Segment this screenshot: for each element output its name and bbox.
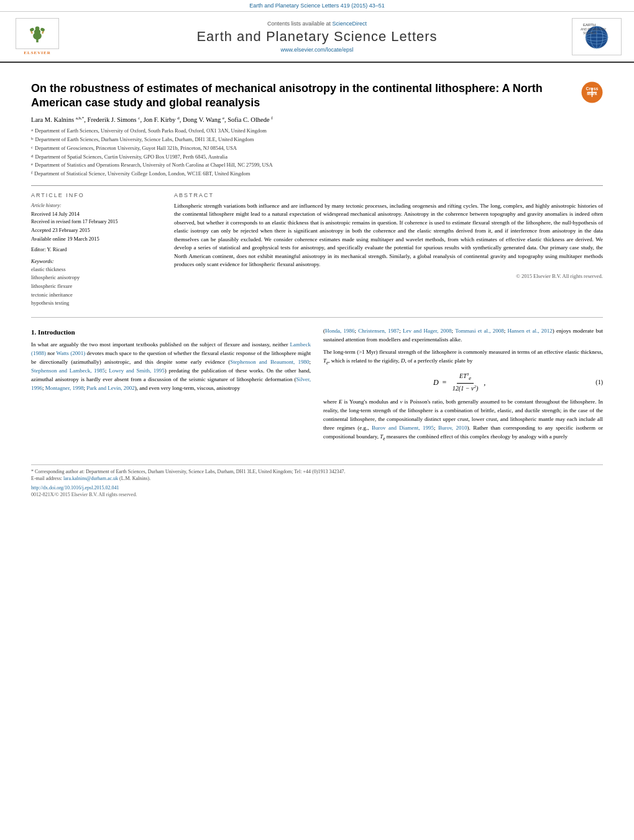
affil-e: e Department of Statistics and Operation… bbox=[31, 161, 603, 169]
author-simons: Frederik J. Simons c, bbox=[88, 116, 144, 123]
svg-point-6 bbox=[29, 27, 34, 32]
journal-globe-logo: EARTH AND PLANETARY SCIENCE bbox=[572, 18, 622, 55]
svg-point-7 bbox=[40, 27, 45, 32]
body-left-col: 1. Introduction In what are arguably the… bbox=[31, 327, 311, 446]
ref-hansen2012[interactable]: Hansen et al., 2012 bbox=[508, 328, 553, 334]
intro-p1: In what are arguably the two most import… bbox=[31, 341, 311, 393]
affil-f-text: Department of Statistical Science, Unive… bbox=[34, 170, 250, 178]
formula-block: D = ET3e 12(1 − ν2) , (1) bbox=[323, 371, 603, 393]
keywords-list: elastic thickness lithospheric anisotrop… bbox=[31, 265, 162, 308]
formula-fraction: ET3e 12(1 − ν2) bbox=[450, 371, 480, 393]
journal-title: Earth and Planetary Science Letters bbox=[62, 29, 572, 45]
ref-tommasi2008[interactable]: Tommasi et al., 2008 bbox=[455, 328, 504, 334]
author-wang: Dong V. Wang e, bbox=[183, 116, 227, 123]
affil-e-text: Department of Statistics and Operations … bbox=[35, 161, 272, 169]
email-name: (L.M. Kalnins). bbox=[119, 476, 150, 481]
ref-park2002[interactable]: Park and Levin, 2002 bbox=[86, 385, 134, 391]
footer-issn: 0012-821X/© 2015 Elsevier B.V. All right… bbox=[31, 492, 603, 497]
article-info-abstract-section: ARTICLE INFO Article history: Received 1… bbox=[31, 185, 603, 308]
keyword-3: lithospheric flexure bbox=[31, 282, 162, 291]
keyword-2: lithospheric anisotropy bbox=[31, 274, 162, 282]
affil-a-text: Department of Earth Sciences, University… bbox=[35, 127, 267, 135]
journal-header-center: Contents lists available at ScienceDirec… bbox=[62, 21, 572, 53]
footer-email[interactable]: lara.kalnins@durham.ac.uk bbox=[63, 476, 118, 481]
intro-p2: (Honda, 1986; Christensen, 1987; Lev and… bbox=[323, 327, 603, 344]
main-content: On the robustness of estimates of mechan… bbox=[0, 63, 634, 455]
article-info-block: Article history: Received 14 July 2014 R… bbox=[31, 202, 162, 254]
affil-c-text: Department of Geosciences, Princeton Uni… bbox=[35, 144, 237, 152]
affil-d: d Department of Spatial Sciences, Curtin… bbox=[31, 153, 603, 161]
journal-top-bar: Earth and Planetary Science Letters 419 … bbox=[0, 0, 634, 12]
copyright: © 2015 Elsevier B.V. All rights reserved… bbox=[174, 273, 603, 279]
formula-comma: , bbox=[484, 377, 485, 388]
page-footer: * Corresponding author at: Department of… bbox=[0, 464, 634, 497]
formula-denominator: 12(1 − ν2) bbox=[450, 384, 480, 393]
received-date: Received 14 July 2014 bbox=[31, 210, 162, 219]
affil-f: f Department of Statistical Science, Uni… bbox=[31, 170, 603, 178]
keyword-4: tectonic inheritance bbox=[31, 291, 162, 300]
ref-lev2008[interactable]: Lev and Hager, 2008 bbox=[403, 328, 452, 334]
abstract-label: ABSTRACT bbox=[174, 192, 603, 198]
ref-lowry1995[interactable]: Lowry and Smith, 1995 bbox=[109, 367, 165, 374]
editor-line: Editor: Y. Ricard bbox=[31, 246, 162, 254]
email-label: E-mail address: bbox=[31, 476, 62, 481]
affil-b: b Department of Earth Sciences, Durham U… bbox=[31, 136, 603, 144]
author-olhede: Sofia C. Olhede f bbox=[227, 116, 272, 123]
footer-footnote: * Corresponding author at: Department of… bbox=[31, 464, 603, 482]
author-kirby: Jon F. Kirby d, bbox=[144, 116, 183, 123]
ref-burov2010[interactable]: Burov, 2010 bbox=[438, 425, 467, 431]
formula-equals: = bbox=[442, 377, 447, 388]
intro-p4: where E is Young's modulus and ν is Pois… bbox=[323, 398, 603, 442]
body-two-col: 1. Introduction In what are arguably the… bbox=[31, 327, 603, 446]
svg-text:EARTH: EARTH bbox=[583, 23, 595, 27]
journal-citation: Earth and Planetary Science Letters 419 … bbox=[249, 2, 385, 9]
crossmark-badge[interactable]: Cross Mark bbox=[581, 81, 603, 103]
affiliations: a Department of Earth Sciences, Universi… bbox=[31, 127, 603, 178]
affil-b-text: Department of Earth Sciences, Durham Uni… bbox=[35, 136, 254, 144]
corresponding-note: * Corresponding author at: Department of… bbox=[31, 469, 345, 474]
article-title-section: On the robustness of estimates of mechan… bbox=[31, 81, 603, 111]
keywords-label: Keywords: bbox=[31, 258, 162, 264]
revised-date: Received in revised form 17 February 201… bbox=[31, 218, 162, 226]
formula-numerator: ET3e bbox=[457, 371, 474, 384]
abstract-text: Lithospheric strength variations both in… bbox=[174, 202, 603, 269]
available-date: Available online 19 March 2015 bbox=[31, 235, 162, 244]
ref-christensen1987[interactable]: Christensen, 1987 bbox=[358, 328, 399, 334]
accepted-date: Accepted 23 February 2015 bbox=[31, 226, 162, 235]
watts-ref[interactable]: Watts (2001) bbox=[57, 350, 86, 356]
elsevier-label: ELSEVIER bbox=[24, 50, 50, 55]
article-info-label: ARTICLE INFO bbox=[31, 192, 162, 198]
formula-D: D bbox=[433, 377, 439, 388]
author-kalnins: Lara M. Kalnins a,b,*, bbox=[31, 116, 88, 123]
keyword-1: elastic thickness bbox=[31, 265, 162, 274]
sciencedirect-link[interactable]: ScienceDirect bbox=[333, 21, 367, 27]
elsevier-tree-icon bbox=[25, 24, 50, 43]
footer-doi[interactable]: http://dx.doi.org/10.1016/j.epsl.2015.02… bbox=[31, 485, 603, 491]
history-heading: Article history: bbox=[31, 202, 162, 210]
keyword-5: hypothesis testing bbox=[31, 299, 162, 308]
formula-eq: D = ET3e 12(1 − ν2) , bbox=[323, 371, 595, 393]
introduction-heading: 1. Introduction bbox=[31, 327, 311, 338]
svg-point-3 bbox=[35, 26, 40, 30]
page-wrapper: Earth and Planetary Science Letters 419 … bbox=[0, 0, 634, 497]
ref-stephenson1980[interactable]: Stephenson and Beaumont, 1980 bbox=[230, 359, 309, 365]
contents-text: Contents lists available at bbox=[267, 21, 331, 27]
authors-line: Lara M. Kalnins a,b,*, Frederik J. Simon… bbox=[31, 116, 603, 124]
ref-burov1995[interactable]: Burov and Diament, 1995 bbox=[372, 425, 434, 431]
journal-url[interactable]: www.elsevier.com/locate/epsl bbox=[62, 47, 572, 53]
svg-text:SCIENCE: SCIENCE bbox=[583, 31, 597, 35]
intro-p3: The long-term (>1 Myr) flexural strength… bbox=[323, 348, 603, 366]
ref-stephenson1985[interactable]: Stephenson and Lambeck, 1985 bbox=[31, 367, 105, 374]
abstract-col: ABSTRACT Lithospheric strength variation… bbox=[174, 192, 603, 308]
article-title: On the robustness of estimates of mechan… bbox=[31, 81, 575, 111]
section-divider bbox=[31, 317, 603, 318]
affil-d-text: Department of Spatial Sciences, Curtin U… bbox=[35, 153, 227, 161]
formula-number: (1) bbox=[595, 377, 603, 387]
affil-c: c Department of Geosciences, Princeton U… bbox=[31, 144, 603, 152]
journal-header: ELSEVIER Contents lists available at Sci… bbox=[0, 12, 634, 63]
elsevier-logo: ELSEVIER bbox=[12, 18, 62, 55]
ref-honda1986[interactable]: Honda, 1986 bbox=[325, 328, 355, 334]
ref-montagner1998[interactable]: Montagner, 1998 bbox=[45, 385, 84, 391]
body-right-col: (Honda, 1986; Christensen, 1987; Lev and… bbox=[323, 327, 603, 446]
affil-a: a Department of Earth Sciences, Universi… bbox=[31, 127, 603, 135]
